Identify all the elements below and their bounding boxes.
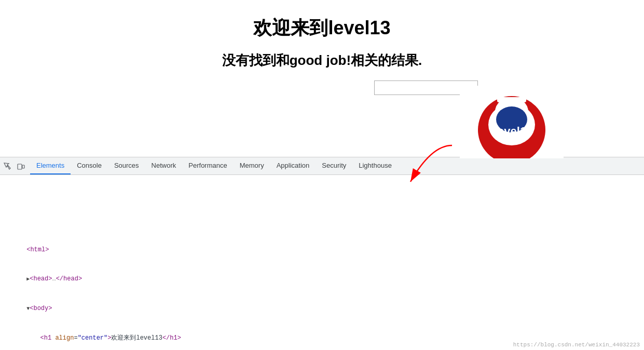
tab-network[interactable]: Network [145,157,183,174]
inspect-icon[interactable] [2,161,12,171]
tab-memory[interactable]: Memory [234,157,270,174]
tab-console[interactable]: Console [71,157,108,174]
page-area: 欢迎来到level13 没有找到和good job!相关的结果. Level13 [0,0,644,157]
tab-performance[interactable]: Performance [182,157,233,174]
code-line-3: <html> [0,235,644,264]
code-line-4[interactable]: ▶<head>…</head> [0,264,644,294]
tab-lighthouse[interactable]: Lighthouse [352,157,398,174]
svg-rect-8 [18,164,22,169]
toolbar-icons [2,161,26,171]
devtools-toolbar: Elements Console Sources Network Perform… [0,157,644,175]
watermark: https://blog.csdn.net/weixin_44032223 [513,342,640,348]
device-toggle-icon[interactable] [16,161,26,171]
devtools-content[interactable]: <html> ▶<head>…</head> ▼<body> <h1 align… [0,175,644,350]
svg-text:Level13: Level13 [491,125,533,138]
page-title: 欢迎来到level13 [253,16,390,41]
page-subtitle: 没有找到和good job!相关的结果. [222,51,422,70]
svg-rect-9 [22,165,24,168]
svg-rect-6 [497,97,526,102]
tab-application[interactable]: Application [270,157,316,174]
tab-elements[interactable]: Elements [30,157,71,174]
devtools-tabs: Elements Console Sources Network Perform… [30,157,398,174]
code-line-5[interactable]: ▼<body> [0,294,644,324]
devtools-panel: Elements Console Sources Network Perform… [0,157,644,350]
code-line-2 [0,206,644,235]
tab-sources[interactable]: Sources [108,157,145,174]
tab-security[interactable]: Security [316,157,352,174]
logo-image: Level13 [460,86,564,158]
code-line-1 [0,177,644,206]
